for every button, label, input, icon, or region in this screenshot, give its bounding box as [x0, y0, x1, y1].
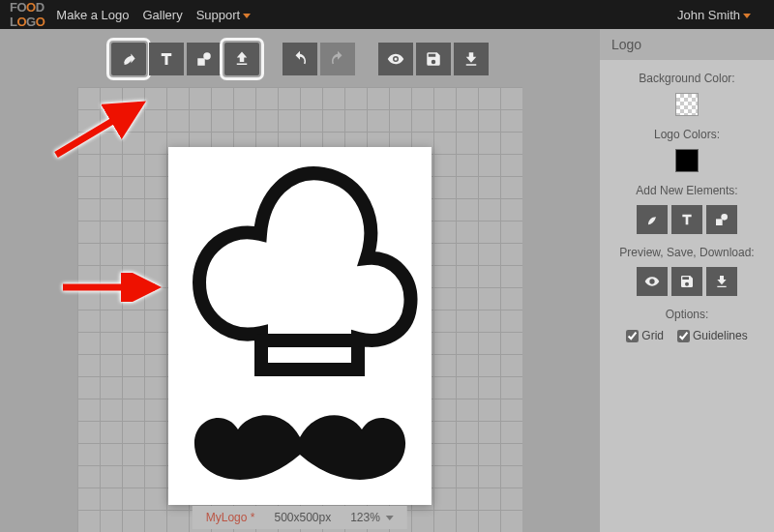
save-button[interactable] [416, 43, 451, 75]
canvas-grid[interactable] [77, 87, 522, 532]
grid-checkbox[interactable]: Grid [626, 329, 664, 342]
grid-checkbox-input[interactable] [626, 330, 639, 342]
bg-color-label: Background Color: [610, 72, 764, 85]
nav-support-label: Support [196, 8, 241, 22]
logo-canvas[interactable] [168, 147, 432, 505]
side-panel: Logo Background Color: Logo Colors: Add … [600, 29, 774, 532]
leaf-icon [644, 212, 660, 227]
eye-icon [644, 274, 660, 289]
guidelines-checkbox-input[interactable] [677, 330, 690, 342]
chevron-down-icon [386, 516, 394, 520]
download-icon [462, 50, 480, 68]
nav-gallery[interactable]: Gallery [143, 8, 183, 22]
leaf-icon [120, 50, 137, 68]
svg-point-6 [721, 214, 728, 221]
shapes-icon [195, 50, 213, 68]
preview-button[interactable] [378, 43, 413, 75]
nav-make-logo[interactable]: Make a Logo [56, 8, 129, 22]
panel-preview-button[interactable] [637, 267, 668, 296]
eye-icon [387, 50, 404, 68]
zoom-level[interactable]: 123% [350, 511, 394, 524]
svg-rect-5 [716, 219, 723, 225]
file-name: MyLogo * [206, 511, 255, 524]
bg-color-swatch[interactable] [675, 93, 699, 116]
upload-icon [233, 50, 251, 68]
text-icon [679, 212, 695, 227]
chevron-down-icon [743, 14, 751, 18]
canvas-artwork [168, 147, 432, 505]
panel-download-button[interactable] [706, 267, 737, 296]
add-text-button[interactable] [149, 43, 184, 75]
svg-point-1 [203, 52, 211, 60]
panel-add-element-button[interactable] [637, 205, 668, 234]
redo-button[interactable] [320, 43, 355, 75]
zoom-value: 123% [350, 511, 380, 524]
grid-label-text: Grid [641, 329, 664, 342]
chevron-down-icon [243, 14, 251, 18]
logo-colors-label: Logo Colors: [610, 128, 764, 141]
user-name: John Smith [677, 8, 740, 22]
panel-title: Logo [600, 29, 774, 60]
text-icon [158, 50, 175, 68]
undo-icon [291, 50, 309, 68]
panel-save-button[interactable] [671, 267, 702, 296]
logo-color-swatch[interactable] [675, 149, 699, 172]
nav-support[interactable]: Support [196, 8, 252, 22]
add-shape-button[interactable] [187, 43, 222, 75]
canvas-size: 500x500px [274, 511, 331, 524]
user-menu[interactable]: John Smith [677, 8, 751, 22]
undo-button[interactable] [283, 43, 317, 75]
status-bar: MyLogo * 500x500px 123% [193, 506, 407, 529]
shapes-icon [714, 212, 729, 227]
upload-button[interactable] [224, 43, 259, 75]
download-icon [714, 274, 729, 289]
psd-label: Preview, Save, Download: [610, 246, 764, 259]
top-navbar: FOOD LOGO Make a Logo Gallery Support Jo… [0, 0, 774, 29]
panel-add-text-button[interactable] [671, 205, 702, 234]
redo-icon [329, 50, 346, 68]
svg-rect-0 [197, 58, 205, 66]
main-toolbar [111, 43, 489, 75]
download-button[interactable] [454, 43, 489, 75]
options-label: Options: [610, 308, 764, 321]
add-element-button[interactable] [111, 43, 146, 75]
save-icon [425, 50, 442, 68]
guidelines-label-text: Guidelines [693, 329, 748, 342]
panel-add-shape-button[interactable] [706, 205, 737, 234]
add-new-label: Add New Elements: [610, 184, 764, 197]
guidelines-checkbox[interactable]: Guidelines [677, 329, 748, 342]
save-icon [679, 274, 695, 289]
workspace: MyLogo * 500x500px 123% [0, 29, 600, 532]
brand-logo: FOOD LOGO [10, 0, 45, 29]
